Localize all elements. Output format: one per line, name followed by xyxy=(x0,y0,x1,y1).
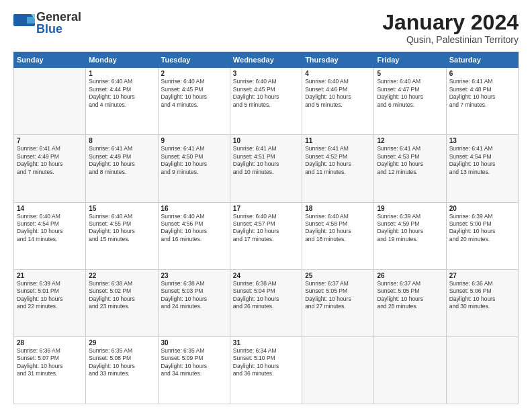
sunrise-text: Sunrise: 6:41 AM xyxy=(449,145,515,152)
calendar-week-0: 1Sunrise: 6:40 AMSunset: 4:44 PMDaylight… xyxy=(14,68,519,135)
sunrise-text: Sunrise: 6:38 AM xyxy=(89,280,154,287)
calendar-cell: 10Sunrise: 6:41 AMSunset: 4:51 PMDayligh… xyxy=(230,135,302,202)
sunset-text: Sunset: 4:59 PM xyxy=(377,220,443,228)
sunrise-text: Sunrise: 6:37 AM xyxy=(377,280,443,287)
calendar-cell: 5Sunrise: 6:40 AMSunset: 4:47 PMDaylight… xyxy=(374,68,446,135)
calendar-cell: 18Sunrise: 6:40 AMSunset: 4:58 PMDayligh… xyxy=(302,202,374,269)
day-info: Sunrise: 6:34 AMSunset: 5:10 PMDaylight:… xyxy=(233,347,299,378)
calendar-cell: 29Sunrise: 6:35 AMSunset: 5:08 PMDayligh… xyxy=(86,336,158,404)
day-number: 25 xyxy=(305,272,371,279)
day-info: Sunrise: 6:39 AMSunset: 5:00 PMDaylight:… xyxy=(449,213,515,244)
calendar-cell: 4Sunrise: 6:40 AMSunset: 4:46 PMDaylight… xyxy=(302,68,374,135)
daylight-text: Daylight: 10 hours xyxy=(89,161,154,168)
daylight-text-cont: and 4 minutes. xyxy=(161,101,227,109)
sunset-text: Sunset: 4:54 PM xyxy=(17,220,83,228)
daylight-text-cont: and 11 minutes. xyxy=(305,169,371,176)
sunrise-text: Sunrise: 6:41 AM xyxy=(161,145,227,152)
calendar-body: 1Sunrise: 6:40 AMSunset: 4:44 PMDaylight… xyxy=(14,68,519,404)
daylight-text: Daylight: 10 hours xyxy=(17,363,83,370)
day-number: 10 xyxy=(233,137,299,144)
sunset-text: Sunset: 5:02 PM xyxy=(89,287,154,295)
day-number: 4 xyxy=(305,70,371,77)
daylight-text-cont: and 34 minutes. xyxy=(161,370,227,377)
daylight-text-cont: and 27 minutes. xyxy=(305,303,371,310)
logo-blue: Blue xyxy=(36,23,81,35)
daylight-text-cont: and 7 minutes. xyxy=(17,169,83,176)
calendar-cell: 15Sunrise: 6:40 AMSunset: 4:55 PMDayligh… xyxy=(86,202,158,269)
daylight-text: Daylight: 10 hours xyxy=(89,228,154,235)
day-info: Sunrise: 6:36 AMSunset: 5:06 PMDaylight:… xyxy=(449,280,515,311)
sunrise-text: Sunrise: 6:41 AM xyxy=(89,145,154,152)
sunset-text: Sunset: 4:45 PM xyxy=(161,86,227,93)
daylight-text-cont: and 36 minutes. xyxy=(233,370,299,377)
day-number: 17 xyxy=(233,205,299,212)
day-number: 5 xyxy=(377,70,443,77)
calendar-cell: 8Sunrise: 6:41 AMSunset: 4:49 PMDaylight… xyxy=(86,135,158,202)
day-info: Sunrise: 6:36 AMSunset: 5:07 PMDaylight:… xyxy=(17,347,83,378)
day-info: Sunrise: 6:40 AMSunset: 4:58 PMDaylight:… xyxy=(305,213,371,244)
day-number: 28 xyxy=(17,339,83,347)
calendar-cell: 26Sunrise: 6:37 AMSunset: 5:05 PMDayligh… xyxy=(374,269,446,336)
col-thursday: Thursday xyxy=(302,52,374,68)
sunset-text: Sunset: 4:55 PM xyxy=(89,220,154,228)
sunset-text: Sunset: 5:07 PM xyxy=(17,355,83,362)
sunset-text: Sunset: 4:58 PM xyxy=(305,220,371,228)
sunset-text: Sunset: 5:05 PM xyxy=(377,287,443,295)
calendar-cell: 17Sunrise: 6:40 AMSunset: 4:57 PMDayligh… xyxy=(230,202,302,269)
sunrise-text: Sunrise: 6:41 AM xyxy=(305,145,371,152)
day-number: 6 xyxy=(449,70,515,77)
daylight-text: Daylight: 10 hours xyxy=(17,295,83,303)
sunset-text: Sunset: 4:44 PM xyxy=(89,86,154,93)
day-number: 27 xyxy=(449,272,515,279)
calendar-cell: 14Sunrise: 6:40 AMSunset: 4:54 PMDayligh… xyxy=(14,202,86,269)
page: General Blue January 2024 Qusin, Palesti… xyxy=(0,0,532,411)
sunset-text: Sunset: 5:05 PM xyxy=(305,287,371,295)
daylight-text: Daylight: 10 hours xyxy=(233,295,299,303)
day-number: 13 xyxy=(449,137,515,144)
col-wednesday: Wednesday xyxy=(230,52,302,68)
daylight-text: Daylight: 10 hours xyxy=(233,161,299,168)
sunrise-text: Sunrise: 6:41 AM xyxy=(17,145,83,152)
header: General Blue January 2024 Qusin, Palesti… xyxy=(13,11,519,45)
daylight-text-cont: and 13 minutes. xyxy=(449,169,515,176)
sunset-text: Sunset: 5:03 PM xyxy=(161,287,227,295)
sunrise-text: Sunrise: 6:36 AM xyxy=(449,280,515,287)
day-info: Sunrise: 6:40 AMSunset: 4:57 PMDaylight:… xyxy=(233,213,299,244)
day-info: Sunrise: 6:40 AMSunset: 4:56 PMDaylight:… xyxy=(161,213,227,244)
title-block: January 2024 Qusin, Palestinian Territor… xyxy=(382,11,519,45)
day-number: 20 xyxy=(449,205,515,212)
col-monday: Monday xyxy=(86,52,158,68)
calendar-cell: 2Sunrise: 6:40 AMSunset: 4:45 PMDaylight… xyxy=(158,68,230,135)
calendar-cell xyxy=(302,336,374,404)
day-info: Sunrise: 6:40 AMSunset: 4:44 PMDaylight:… xyxy=(89,78,154,109)
sunrise-text: Sunrise: 6:40 AM xyxy=(161,78,227,85)
day-number: 9 xyxy=(161,137,227,144)
sunset-text: Sunset: 5:06 PM xyxy=(449,287,515,295)
sunrise-text: Sunrise: 6:40 AM xyxy=(89,78,154,85)
day-info: Sunrise: 6:41 AMSunset: 4:51 PMDaylight:… xyxy=(233,145,299,176)
sunrise-text: Sunrise: 6:38 AM xyxy=(161,280,227,287)
daylight-text-cont: and 5 minutes. xyxy=(305,101,371,109)
day-number: 3 xyxy=(233,70,299,77)
day-number: 1 xyxy=(89,70,154,77)
sunrise-text: Sunrise: 6:37 AM xyxy=(305,280,371,287)
sunset-text: Sunset: 5:09 PM xyxy=(161,355,227,362)
sunrise-text: Sunrise: 6:40 AM xyxy=(305,78,371,85)
day-info: Sunrise: 6:37 AMSunset: 5:05 PMDaylight:… xyxy=(377,280,443,311)
col-saturday: Saturday xyxy=(446,52,518,68)
sunrise-text: Sunrise: 6:40 AM xyxy=(377,78,443,85)
day-info: Sunrise: 6:41 AMSunset: 4:52 PMDaylight:… xyxy=(305,145,371,176)
calendar-cell: 9Sunrise: 6:41 AMSunset: 4:50 PMDaylight… xyxy=(158,135,230,202)
calendar-week-1: 7Sunrise: 6:41 AMSunset: 4:49 PMDaylight… xyxy=(14,135,519,202)
day-info: Sunrise: 6:40 AMSunset: 4:46 PMDaylight:… xyxy=(305,78,371,109)
calendar-cell: 27Sunrise: 6:36 AMSunset: 5:06 PMDayligh… xyxy=(446,269,518,336)
daylight-text-cont: and 15 minutes. xyxy=(89,236,154,243)
day-number: 22 xyxy=(89,272,154,279)
daylight-text-cont: and 9 minutes. xyxy=(161,169,227,176)
daylight-text: Daylight: 10 hours xyxy=(449,295,515,303)
sunrise-text: Sunrise: 6:35 AM xyxy=(89,347,154,355)
daylight-text-cont: and 23 minutes. xyxy=(89,303,154,310)
logo-icon xyxy=(13,14,35,32)
daylight-text: Daylight: 10 hours xyxy=(161,161,227,168)
day-number: 2 xyxy=(161,70,227,77)
